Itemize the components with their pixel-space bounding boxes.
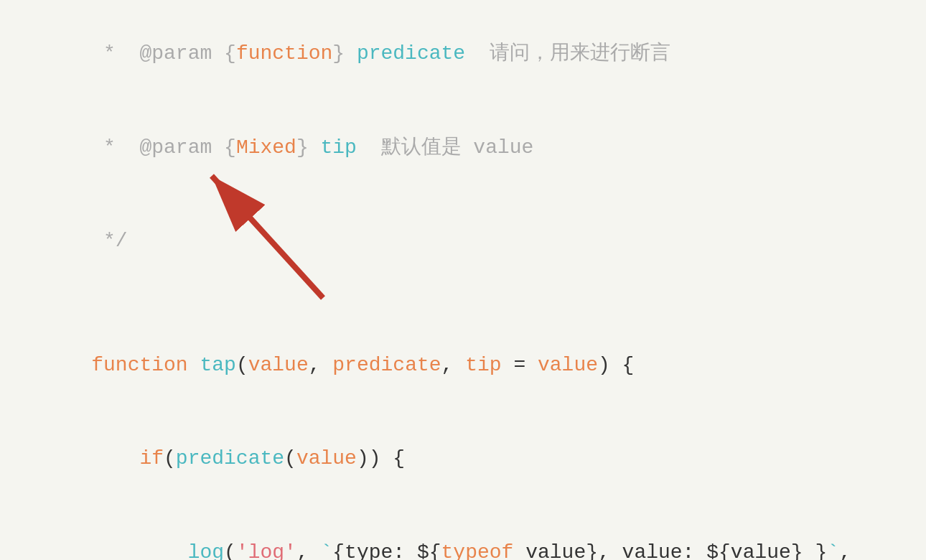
code-line-3: */ (43, 194, 897, 287)
comment-text: * @param (91, 42, 224, 65)
code-line-2: * @param {Mixed} tip 默认值是 value (43, 101, 897, 194)
code-block: * @param {function} predicate 请问，用来进行断言 … (0, 0, 926, 560)
code-line-5: function tap(value, predicate, tip = val… (43, 319, 897, 412)
code-line-6: if(predicate(value)) { (43, 412, 897, 505)
code-line-1: * @param {function} predicate 请问，用来进行断言 (43, 7, 897, 101)
code-line-4 (43, 288, 897, 319)
code-line-7: log('log', `{type: ${typeof value}, valu… (43, 505, 897, 560)
